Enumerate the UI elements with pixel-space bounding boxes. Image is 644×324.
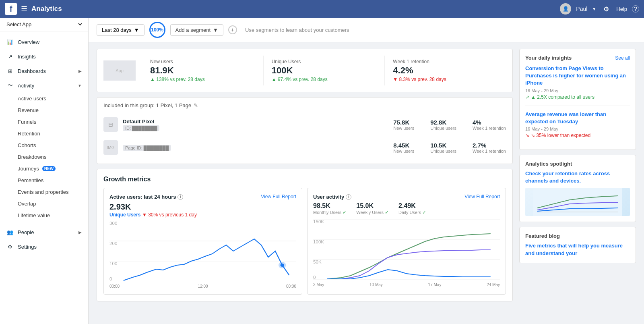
sidebar-item-people[interactable]: 👥 People ▶ xyxy=(0,225,88,239)
sidebar-item-events[interactable]: Events and properties xyxy=(0,186,88,198)
chart2-view-full[interactable]: View Full Report xyxy=(464,194,500,199)
weekly-users-metric: 15.0K Weekly Users ✓ xyxy=(356,202,389,215)
see-all-link[interactable]: See all xyxy=(615,55,630,61)
date-range-chevron-icon: ▼ xyxy=(134,27,139,33)
pixel-icon-1: ⊟ xyxy=(103,117,118,132)
monthly-users-metric: 98.5K Monthly Users ✓ xyxy=(313,202,347,215)
pixel-id-1: ID: ████████ xyxy=(123,125,159,131)
insights-divider xyxy=(525,106,630,106)
sidebar-item-lifetime[interactable]: Lifetime value xyxy=(0,210,88,221)
insight-1-date: 16 May - 29 May xyxy=(525,88,630,93)
facebook-logo[interactable]: f xyxy=(5,3,17,15)
sidebar-item-breakdowns[interactable]: Breakdowns xyxy=(0,151,88,163)
date-range-picker[interactable]: Last 28 days ▼ xyxy=(97,24,144,36)
daily-label: Daily Users ✓ xyxy=(398,210,426,215)
chart1-view-full[interactable]: View Full Report xyxy=(261,194,296,199)
sidebar-item-journeys[interactable]: Journeys NEW xyxy=(0,163,88,174)
spotlight-title: Analytics spotlight xyxy=(525,161,630,167)
chart1-dot-inner xyxy=(281,264,284,267)
add-segment-button[interactable]: Add a segment ▼ xyxy=(170,24,223,36)
svg-text:200: 200 xyxy=(109,241,117,246)
growth-metrics-section: Growth metrics Active users: last 24 hou… xyxy=(97,169,513,301)
sidebar: Select App 📊 Overview ↗ Insights ⊞ Dashb… xyxy=(0,18,89,308)
daily-check-icon: ✓ xyxy=(422,210,426,215)
svg-text:100: 100 xyxy=(109,262,117,266)
monthly-check-icon: ✓ xyxy=(343,210,347,215)
dashboards-chevron-icon: ▶ xyxy=(78,69,82,73)
main-panel: App New users 81.9K ▲ 138% vs prev. 28 d… xyxy=(97,49,513,301)
chart2-info-icon[interactable]: i xyxy=(346,194,351,200)
add-segment-label: Add a segment xyxy=(175,27,211,33)
svg-text:100K: 100K xyxy=(313,240,324,244)
weekly-check-icon: ✓ xyxy=(385,210,389,215)
week1-retention-stat: Week 1 retention 4.2% ▼ 8.3% vs prev. 28… xyxy=(384,56,506,85)
sidebar-item-overlap[interactable]: Overlap xyxy=(0,198,88,210)
chart1-value: 2.93K xyxy=(109,202,296,212)
add-icon[interactable]: + xyxy=(228,25,237,34)
featured-blog-title: Featured blog xyxy=(525,233,630,239)
sidebar-item-percentiles[interactable]: Percentiles xyxy=(0,174,88,186)
sidebar-item-insights[interactable]: ↗ Insights xyxy=(0,49,88,64)
sidebar-item-settings[interactable]: ⚙ Settings xyxy=(0,239,88,254)
sidebar-item-activity[interactable]: 〜 Activity ▼ xyxy=(0,78,88,93)
edit-icon[interactable]: ✎ xyxy=(194,102,198,108)
unique-users-change: ▲ 97.4% vs prev. 28 days xyxy=(272,77,377,82)
pixel-row-1: ⊟ Default Pixel ID: ████████ 75.8K New u… xyxy=(103,113,506,136)
svg-text:0: 0 xyxy=(313,275,316,280)
help-circle-icon: ? xyxy=(632,5,639,12)
sidebar-item-active-users[interactable]: Active users xyxy=(0,93,88,104)
segment-percentage[interactable]: 100% xyxy=(149,22,165,38)
week1-retention-label: Week 1 retention xyxy=(393,59,498,64)
new-users-label: New users xyxy=(150,59,255,64)
activity-chevron-icon: ▼ xyxy=(78,83,82,88)
chart1-svg: 300 200 100 0 xyxy=(109,221,296,281)
pixel-stat-unique-1: 92.8K Unique users xyxy=(430,119,456,131)
user-name[interactable]: Paul xyxy=(576,6,587,12)
chart2-svg: 150K 100K 50K 0 xyxy=(313,219,500,280)
daily-insights-header: Your daily insights See all xyxy=(525,55,630,61)
page-id-2: Page ID: ████████ xyxy=(123,145,171,151)
featured-blog-link[interactable]: Five metrics that will help you measure … xyxy=(525,242,630,257)
page-stat-new-users-2: 8.45K New users xyxy=(393,142,414,154)
insight-2-link[interactable]: Average revenue was lower than expected … xyxy=(525,111,630,125)
sidebar-item-funnels[interactable]: Funnels xyxy=(0,116,88,128)
main-content: Last 28 days ▼ 100% Add a segment ▼ + Us… xyxy=(89,18,644,308)
activity-icon: 〜 xyxy=(6,82,14,89)
sidebar-item-overview[interactable]: 📊 Overview xyxy=(0,35,88,49)
sidebar-item-dashboards[interactable]: ⊞ Dashboards ▶ xyxy=(0,64,88,78)
content-area: App New users 81.9K ▲ 138% vs prev. 28 d… xyxy=(89,42,644,308)
sidebar-item-revenue[interactable]: Revenue xyxy=(0,104,88,116)
page-info-2: Page ID: ████████ xyxy=(123,144,388,151)
chart1-info-icon[interactable]: i xyxy=(178,194,183,200)
sidebar-item-cohorts[interactable]: Cohorts xyxy=(0,139,88,151)
avatar[interactable]: 👤 xyxy=(560,3,571,15)
hamburger-menu[interactable]: ☰ xyxy=(21,4,27,13)
sidebar-item-retention[interactable]: Retention xyxy=(0,128,88,139)
chart1-header: Active users: last 24 hours i View Full … xyxy=(109,194,296,200)
chart1-sub-label: Unique Users xyxy=(109,212,140,218)
help-button[interactable]: Help xyxy=(616,6,627,12)
user-chevron-icon: ▼ xyxy=(592,7,596,11)
pixel-stat-new-users-1: 75.8K New users xyxy=(393,119,414,131)
arrow-up-icon: ↗ xyxy=(525,94,529,100)
app-layout: Select App 📊 Overview ↗ Insights ⊞ Dashb… xyxy=(0,18,644,308)
insight-item-1: Conversion from Page Views to Purchases … xyxy=(525,65,630,100)
unique-users-value: 100K xyxy=(272,65,377,76)
daily-insights-title: Your daily insights xyxy=(525,55,572,61)
spotlight-link[interactable]: Check your retention rates across channe… xyxy=(525,170,630,185)
app-dropdown[interactable]: Select App xyxy=(5,21,83,28)
featured-blog-card: Featured blog Five metrics that will hel… xyxy=(519,227,636,263)
pixel-row-2: IMG Page ID: ████████ 8.45K New users 10… xyxy=(103,136,506,159)
chart1-x-labels: 00:00 12:00 00:00 xyxy=(109,284,296,289)
monthly-label: Monthly Users ✓ xyxy=(313,210,347,215)
settings-icon: ⚙ xyxy=(6,243,14,250)
new-users-stat: New users 81.9K ▲ 138% vs prev. 28 days xyxy=(142,56,263,85)
growth-metrics-title: Growth metrics xyxy=(103,176,506,183)
insight-1-link[interactable]: Conversion from Page Views to Purchases … xyxy=(525,65,630,87)
app-selector[interactable]: Select App xyxy=(0,18,88,31)
chart2-sub-metrics: 98.5K Monthly Users ✓ 15.0K Wee xyxy=(313,202,500,215)
spotlight-chart-image xyxy=(525,188,630,216)
arrow-down-icon: ↘ xyxy=(525,133,529,138)
svg-text:0: 0 xyxy=(109,277,112,281)
gear-icon[interactable]: ⚙ xyxy=(603,5,609,13)
